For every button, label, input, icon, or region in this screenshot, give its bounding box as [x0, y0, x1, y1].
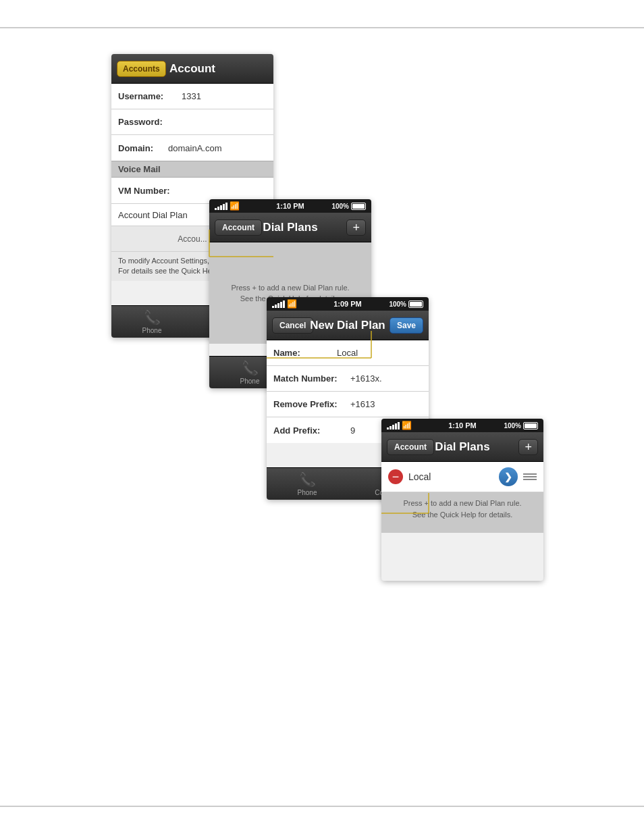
- screen2-status-bar: 📶 1:10 PM 100%: [209, 199, 371, 213]
- password-row: Password:: [111, 109, 273, 135]
- password-label: Password:: [118, 117, 179, 127]
- vm-number-label: VM Number:: [118, 186, 179, 196]
- screen3-tab-phone[interactable]: 📞 Phone: [267, 468, 348, 500]
- domain-value: domainA.com: [168, 143, 221, 153]
- screen2-back-button[interactable]: Account: [215, 219, 262, 236]
- screen3-wifi-icon: 📶: [287, 299, 297, 309]
- match-number-row: Match Number: +1613x.: [267, 366, 429, 392]
- remove-prefix-row: Remove Prefix: +1613: [267, 392, 429, 417]
- remove-prefix-value: +1613: [350, 399, 375, 409]
- reorder-line1: [523, 473, 537, 475]
- screen4-signal: 📶: [387, 421, 412, 430]
- screen2-nav-bar: Account Dial Plans +: [209, 213, 371, 242]
- match-number-label: Match Number:: [273, 373, 348, 384]
- name-label: Name:: [273, 348, 334, 358]
- battery-icon: [351, 203, 366, 210]
- tab-phone-label: Phone: [142, 327, 162, 334]
- screen3-time: 1:09 PM: [333, 300, 362, 308]
- username-value: 1331: [182, 91, 201, 101]
- username-row: Username: 1331: [111, 84, 273, 109]
- screen4-help-text: Press + to add a new Dial Plan rule. See…: [381, 492, 543, 533]
- screen2-time: 1:10 PM: [276, 202, 304, 210]
- screen3-tab-phone-label: Phone: [298, 489, 317, 496]
- screen2-add-button[interactable]: +: [346, 219, 366, 236]
- screen3-title: New Dial Plan: [310, 319, 385, 332]
- screen4-time: 1:10 PM: [448, 421, 477, 429]
- screen3-signal-bars-icon: [272, 300, 285, 308]
- screen3-phone-icon: 📞: [299, 471, 316, 488]
- screen4-signal-bars-icon: [387, 421, 400, 429]
- screen2-signal: 📶: [215, 201, 240, 211]
- screen4-dial-plan-list: − Local ❯: [381, 462, 543, 492]
- screen2-battery: 100%: [331, 203, 366, 210]
- screen4-nav-bar: Account Dial Plans +: [381, 432, 543, 462]
- screen2-title: Dial Plans: [263, 221, 317, 234]
- screen1-back-button[interactable]: Accounts: [117, 61, 166, 77]
- screen4-wifi-icon: 📶: [402, 421, 412, 430]
- screen1-account-section: Username: 1331 Password: Domain: domainA…: [111, 84, 273, 161]
- screen3-signal: 📶: [272, 299, 297, 309]
- empty-line1: Press + to add a new Dial Plan rule.: [231, 282, 349, 294]
- screen1-nav-bar: Accounts Account: [111, 54, 273, 84]
- dial-plan-item-local: − Local ❯: [381, 462, 543, 492]
- tab-phone[interactable]: 📞 Phone: [111, 306, 192, 338]
- screen3-battery: 100%: [389, 301, 423, 308]
- screen4-dial-plans-with-item: 📶 1:10 PM 100% Account Dial Plans + − Lo…: [381, 419, 543, 581]
- screen3-nav-bar: Cancel New Dial Plan Save: [267, 311, 429, 340]
- reorder-line3: [523, 479, 537, 480]
- info-local-button[interactable]: ❯: [499, 467, 518, 486]
- phone-icon: 📞: [144, 309, 161, 325]
- reorder-line2: [523, 476, 537, 477]
- name-value: Local: [337, 348, 358, 358]
- local-dial-plan-name: Local: [408, 471, 493, 482]
- match-number-value: +1613x.: [350, 373, 382, 384]
- screen2-tab-phone-label: Phone: [240, 377, 260, 385]
- wifi-icon: 📶: [230, 201, 240, 211]
- screen4-status-bar: 📶 1:10 PM 100%: [381, 419, 543, 432]
- voice-mail-header: Voice Mail: [111, 161, 273, 178]
- remove-prefix-label: Remove Prefix:: [273, 399, 348, 409]
- screen4-battery: 100%: [504, 422, 538, 429]
- username-label: Username:: [118, 91, 179, 101]
- screen3-cancel-button[interactable]: Cancel: [272, 317, 313, 334]
- screen3-save-button[interactable]: Save: [390, 317, 423, 334]
- screen4-title: Dial Plans: [435, 440, 489, 454]
- screen1-title: Account: [169, 62, 215, 76]
- reorder-handle[interactable]: [523, 473, 537, 480]
- page-border-bottom: [0, 806, 644, 807]
- screen4-add-button[interactable]: +: [518, 439, 538, 455]
- add-prefix-value: 9: [350, 425, 355, 436]
- screen4-battery-icon: [523, 422, 538, 429]
- domain-row: Domain: domainA.com: [111, 135, 273, 161]
- screen4-empty-line2: See the Quick Help for details.: [388, 509, 537, 521]
- page-border-top: [0, 27, 644, 28]
- account-dial-plan-label: Account Dial Plan: [118, 210, 188, 220]
- screen4-empty-line1: Press + to add a new Dial Plan rule.: [388, 498, 537, 509]
- signal-bars-icon: [215, 202, 227, 210]
- add-prefix-label: Add Prefix:: [273, 425, 348, 436]
- remove-local-button[interactable]: −: [388, 469, 403, 484]
- screen3-status-bar: 📶 1:09 PM 100%: [267, 297, 429, 311]
- screen4-back-button[interactable]: Account: [387, 439, 434, 455]
- screen2-phone-icon: 📞: [242, 360, 259, 376]
- screen3-battery-icon: [408, 301, 423, 308]
- domain-label: Domain:: [118, 143, 165, 153]
- name-row: Name: Local: [267, 340, 429, 366]
